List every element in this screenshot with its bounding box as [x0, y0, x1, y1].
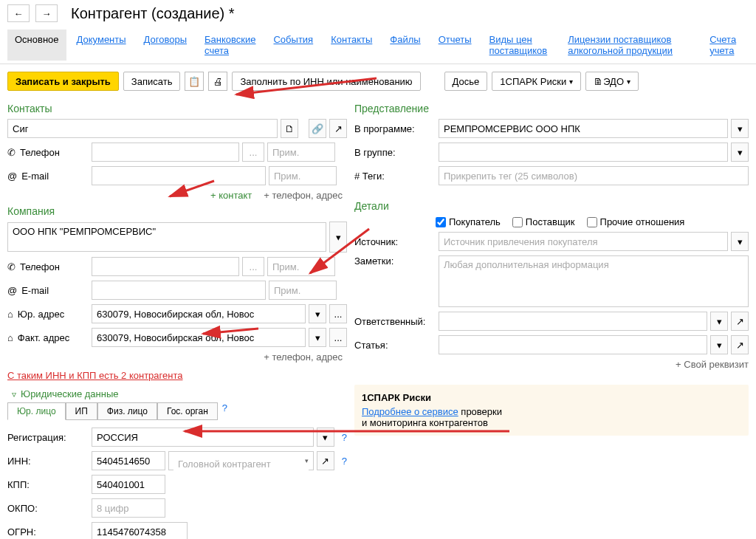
- subtab-ip[interactable]: ИП: [66, 402, 97, 420]
- article-input[interactable]: [439, 335, 707, 354]
- in-program-input[interactable]: [439, 119, 728, 138]
- add-contact-link[interactable]: + контакт: [210, 190, 252, 201]
- responsible-input[interactable]: [439, 312, 707, 331]
- kpp-input[interactable]: [92, 475, 165, 494]
- parent-input[interactable]: [173, 454, 309, 473]
- tab-contracts[interactable]: Договоры: [137, 30, 194, 61]
- contact-phone-ext[interactable]: [242, 143, 264, 162]
- tab-events[interactable]: События: [266, 30, 320, 61]
- arrow-left-icon: ←: [14, 8, 24, 19]
- contact-phone-input[interactable]: [92, 143, 239, 162]
- company-phone-note[interactable]: [267, 257, 335, 276]
- source-input[interactable]: [439, 232, 728, 251]
- parent-open[interactable]: ↗: [317, 451, 334, 470]
- registration-dd[interactable]: ▾: [317, 428, 334, 447]
- legal-address-input[interactable]: [92, 304, 306, 323]
- print-button[interactable]: 🖨: [208, 72, 227, 91]
- actual-address-input[interactable]: [92, 328, 306, 347]
- add-phone-link[interactable]: + телефон, адрес: [264, 190, 343, 201]
- dossier-button[interactable]: Досье: [444, 72, 488, 91]
- in-group-label: В группе:: [354, 147, 436, 158]
- copy-icon: 📋: [188, 76, 200, 87]
- inn-input[interactable]: [92, 451, 165, 470]
- tab-accounts[interactable]: Банковские счета: [197, 30, 263, 61]
- back-button[interactable]: ←: [7, 4, 30, 22]
- tags-label: # Теги:: [354, 171, 436, 182]
- contact-email-note[interactable]: [269, 166, 337, 185]
- in-group-input[interactable]: [439, 143, 728, 162]
- contact-email-input[interactable]: [92, 166, 266, 185]
- tab-contacts[interactable]: Контакты: [323, 30, 379, 61]
- save-button[interactable]: Записать: [123, 72, 181, 91]
- company-email-input[interactable]: [92, 281, 266, 300]
- help-icon-tabs[interactable]: ?: [222, 402, 227, 420]
- notes-input[interactable]: [439, 255, 749, 307]
- chevron-down-icon: ▾: [336, 232, 341, 243]
- copy-button[interactable]: 📋: [185, 72, 204, 91]
- contact-phone-note[interactable]: [267, 143, 335, 162]
- spark-link[interactable]: Подробнее о сервисе: [362, 406, 458, 417]
- company-name-input[interactable]: ООО НПК "РЕМПРОМСЕРВИС": [7, 222, 326, 252]
- presentation-title: Представление: [354, 103, 749, 114]
- subtab-gov[interactable]: Гос. орган: [157, 402, 218, 420]
- contact-name-input[interactable]: [7, 119, 278, 138]
- okpo-input[interactable]: [92, 498, 165, 518]
- company-add-phone-link[interactable]: + телефон, адрес: [264, 351, 343, 363]
- actual-addr-more[interactable]: ...: [329, 328, 347, 347]
- tab-files[interactable]: Файлы: [382, 30, 427, 61]
- kpp-label: КПП:: [7, 479, 89, 490]
- tab-reports[interactable]: Отчеты: [431, 30, 479, 61]
- registration-input[interactable]: [92, 428, 314, 447]
- duplicate-warning[interactable]: С таким ИНН и КПП есть 2 контрагента: [7, 370, 183, 381]
- edo-button[interactable]: 🗎 ЭДО: [585, 72, 639, 91]
- open-card-button[interactable]: 🗋: [281, 119, 298, 138]
- legal-data-expand[interactable]: ▿Юридические данные: [7, 388, 347, 399]
- help-icon-inn[interactable]: ?: [342, 456, 347, 467]
- subtab-legal-entity[interactable]: Юр. лицо: [7, 402, 66, 420]
- tab-main[interactable]: Основное: [7, 30, 66, 61]
- article-open[interactable]: ↗: [731, 335, 749, 354]
- responsible-dd[interactable]: ▾: [710, 312, 728, 331]
- tab-documents[interactable]: Документы: [69, 30, 134, 61]
- contacts-section-title: Контакты: [7, 103, 347, 114]
- tags-input[interactable]: [439, 166, 749, 185]
- article-dd[interactable]: ▾: [710, 335, 728, 354]
- add-req-link[interactable]: + Свой реквизит: [676, 359, 749, 370]
- toolbar: Записать и закрыть Записать 📋 🖨 Заполнит…: [0, 64, 756, 98]
- legal-addr-more[interactable]: ...: [329, 304, 347, 323]
- ogrn-input[interactable]: [92, 522, 188, 539]
- arrow-right-icon: →: [42, 8, 52, 19]
- source-dd[interactable]: ▾: [731, 232, 749, 251]
- actual-addr-dd[interactable]: ▾: [309, 328, 326, 347]
- group-dd[interactable]: ▾: [731, 143, 749, 162]
- fill-inn-button[interactable]: Заполнить по ИНН или наименованию: [232, 72, 420, 91]
- company-phone-input[interactable]: [92, 257, 239, 276]
- registration-label: Регистрация:: [7, 432, 89, 443]
- company-email-note[interactable]: [269, 281, 337, 300]
- spark-box: 1СПАРК Риски Подробнее о сервисе проверк…: [354, 385, 749, 436]
- ext-link-button[interactable]: ↗: [329, 119, 347, 138]
- help-icon-reg[interactable]: ?: [342, 432, 347, 443]
- subtab-person[interactable]: Физ. лицо: [97, 402, 157, 420]
- company-phone-ext[interactable]: [242, 257, 264, 276]
- tab-licenses[interactable]: Лицензии поставщиков алкогольной продукц…: [560, 30, 699, 61]
- tab-ledger[interactable]: Счета учета: [702, 30, 749, 61]
- house-icon: ⌂: [7, 309, 13, 320]
- supplier-checkbox[interactable]: Поставщик: [512, 216, 575, 227]
- legal-addr-dd[interactable]: ▾: [309, 304, 326, 323]
- phone-label: Телефон: [20, 147, 60, 158]
- buyer-checkbox[interactable]: Покупатель: [436, 216, 501, 227]
- spark-button[interactable]: 1СПАРК Риски: [492, 72, 581, 91]
- responsible-open[interactable]: ↗: [731, 312, 749, 331]
- other-checkbox[interactable]: Прочие отношения: [587, 216, 685, 227]
- tab-price-types[interactable]: Виды цен поставщиков: [482, 30, 558, 61]
- forward-button[interactable]: →: [35, 4, 58, 22]
- notes-label: Заметки:: [354, 255, 436, 267]
- phone-icon: ✆: [7, 147, 16, 158]
- in-program-label: В программе:: [354, 123, 436, 134]
- save-close-button[interactable]: Записать и закрыть: [7, 72, 119, 91]
- house-icon-2: ⌂: [7, 332, 13, 343]
- link-button[interactable]: 🔗: [309, 119, 326, 138]
- company-dd-button[interactable]: ▾: [329, 222, 347, 253]
- program-dd[interactable]: ▾: [731, 119, 749, 138]
